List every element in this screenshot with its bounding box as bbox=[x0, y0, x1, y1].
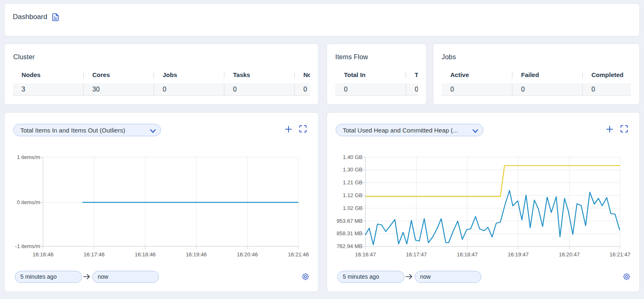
svg-text:16:21:47: 16:21:47 bbox=[610, 251, 631, 258]
svg-text:16:18:47: 16:18:47 bbox=[457, 251, 478, 258]
svg-text:16:17:46: 16:17:46 bbox=[84, 251, 105, 258]
svg-text:1.21 GB: 1.21 GB bbox=[343, 179, 363, 186]
svg-text:1 items/m: 1 items/m bbox=[17, 154, 40, 160]
svg-text:1.40 GB: 1.40 GB bbox=[343, 154, 363, 160]
svg-text:1.12 GB: 1.12 GB bbox=[343, 192, 363, 198]
svg-text:16:21:46: 16:21:46 bbox=[288, 251, 309, 258]
svg-text:16:20:46: 16:20:46 bbox=[237, 251, 258, 258]
svg-text:16:18:46: 16:18:46 bbox=[135, 251, 156, 258]
svg-text:953.67 MB: 953.67 MB bbox=[336, 218, 363, 224]
svg-text:16:17:47: 16:17:47 bbox=[406, 251, 427, 258]
svg-text:16:19:47: 16:19:47 bbox=[508, 251, 529, 258]
svg-text:858.31 MB: 858.31 MB bbox=[336, 230, 363, 236]
svg-text:16:16:47: 16:16:47 bbox=[355, 251, 376, 258]
svg-text:762.94 MB: 762.94 MB bbox=[336, 243, 363, 249]
svg-text:16:19:46: 16:19:46 bbox=[186, 251, 207, 258]
svg-text:16:16:46: 16:16:46 bbox=[33, 251, 54, 258]
svg-text:1.02 GB: 1.02 GB bbox=[343, 205, 363, 211]
svg-text:-1 items/m: -1 items/m bbox=[15, 243, 40, 249]
svg-text:16:20:47: 16:20:47 bbox=[559, 251, 580, 258]
svg-text:1.30 GB: 1.30 GB bbox=[343, 166, 363, 173]
svg-text:0 items/m: 0 items/m bbox=[17, 199, 40, 205]
